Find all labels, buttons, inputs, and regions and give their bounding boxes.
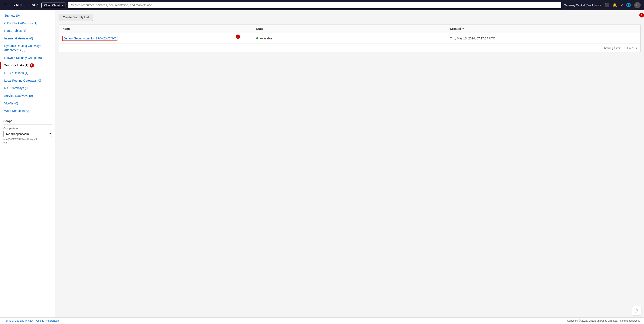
table-header: Name State Created ▾ [59,24,640,33]
row-overflow-menu[interactable]: ⋮ [629,36,637,41]
pagination-row: Showing 1 item ‹ 1 of 1 › [59,44,640,52]
created-date: Thu, May 16, 2024, 07:17:34 UTC [450,37,495,40]
sidebar-badge-row: Security Lists (1) 2 [4,63,52,68]
main-layout: Subnets (0) CIDR Blocks/Prefixes (1) Rou… [0,10,644,318]
name-badge: 3 [236,34,240,39]
table-cell-state: Available [253,34,446,43]
oracle-logo: ORACLE Cloud [10,3,39,8]
cloud-shell-icon[interactable]: ⬛ [604,3,609,8]
region-label: Germany Central (Frankfurt) [564,4,598,7]
security-lists-table: Name State Created ▾ Default Security Li… [59,24,640,52]
sidebar-item-route-tables[interactable]: Route Tables (1) [0,27,55,35]
sidebar-item-security-lists[interactable]: Security Lists (1) 2 [0,62,55,69]
sidebar-active-badge: 2 [30,63,34,68]
table-header-name: Name [59,24,253,33]
sidebar-item-work-requests[interactable]: Work Requests (0) [0,107,55,115]
help-widget-dots: ⋮⋮ [634,312,639,314]
sidebar-item-internet-gateways[interactable]: Internet Gateways (0) [0,35,55,42]
top-navigation: ☰ ORACLE Cloud Cloud Classic › Germany C… [0,0,644,10]
security-list-link[interactable]: Default Security List for SPOKE-VCN-C [62,36,118,41]
pagination-page: 1 of 1 [627,46,634,50]
language-icon[interactable]: 🌐 [626,3,631,8]
help-icon[interactable]: ? [620,3,623,8]
search-input[interactable] [68,2,561,8]
status-label: Available [260,37,272,40]
hamburger-menu-icon[interactable]: ☰ [4,3,7,8]
cloud-classic-button[interactable]: Cloud Classic › [41,2,66,8]
table-cell-name: Default Security List for SPOKE-VCN-C 3 [59,33,253,44]
pagination-next-icon[interactable]: › [636,46,637,50]
help-widget[interactable]: ⊕ ⋮⋮ [632,306,642,316]
security-lists-label: Security Lists (1) [4,63,28,68]
region-selector[interactable]: Germany Central (Frankfurt) ▾ [564,4,601,7]
footer: Terms of Use and Privacy Cookie Preferen… [0,318,644,324]
sidebar-item-service-gateways[interactable]: Service Gateways (0) [0,92,55,100]
table-header-created[interactable]: Created ▾ [447,24,640,33]
create-security-list-button[interactable]: Create Security List [59,14,93,21]
user-avatar[interactable]: U [634,2,640,8]
terms-link[interactable]: Terms of Use and Privacy [4,319,34,322]
table-header-state: State [253,24,446,33]
sidebar-item-dhcp-options[interactable]: DHCP Options (1) [0,69,55,77]
compartment-path-orn: orn [4,141,52,144]
showing-label: Showing 1 item [602,46,622,50]
sidebar-item-vlans[interactable]: VLANs (0) [0,100,55,108]
footer-left: Terms of Use and Privacy Cookie Preferen… [4,319,58,322]
status-available-dot [256,37,258,40]
scope-title: Scope [4,119,52,123]
sidebar-item-subnets[interactable]: Subnets (0) [0,12,55,20]
help-widget-icon: ⊕ [635,307,638,312]
table-row: Default Security List for SPOKE-VCN-C 3 … [59,33,640,44]
scope-section: Scope Compartment IwanHoogendoorn (root)… [0,116,55,146]
main-content: Create Security List Name State Created … [56,10,644,318]
compartment-path: (root)/NETWORK/IwanHoogendo [4,138,52,140]
sidebar: Subnets (0) CIDR Blocks/Prefixes (1) Rou… [0,10,56,318]
notifications-icon[interactable]: 🔔 [612,3,617,8]
sidebar-item-cidr[interactable]: CIDR Blocks/Prefixes (1) [0,20,55,27]
compartment-label: Compartment [4,127,52,130]
footer-copyright: Copyright © 2024, Oracle and/or its affi… [567,319,640,322]
sidebar-item-network-security-groups[interactable]: Network Security Groups (0) [0,54,55,62]
region-chevron-icon: ▾ [600,4,601,7]
sort-icon: ▾ [462,27,464,30]
topnav-right-section: Germany Central (Frankfurt) ▾ ⬛ 🔔 ? 🌐 U [564,2,640,8]
sidebar-item-local-peering[interactable]: Local Peering Gateways (0) [0,77,55,84]
cookie-link[interactable]: Cookie Preferences [36,319,58,322]
corner-badge-1: 1 [639,13,644,18]
sidebar-item-dynamic-routing[interactable]: Dynamic Routing Gateways Attachments (0) [0,42,55,54]
compartment-select[interactable]: IwanHoogendoorn [4,131,52,137]
scope-divider [4,124,52,125]
sidebar-item-nat-gateways[interactable]: NAT Gateways (0) [0,84,55,92]
pagination-prev-icon: ‹ [624,46,624,50]
table-cell-created: Thu, May 16, 2024, 07:17:34 UTC ⋮ [447,33,640,44]
